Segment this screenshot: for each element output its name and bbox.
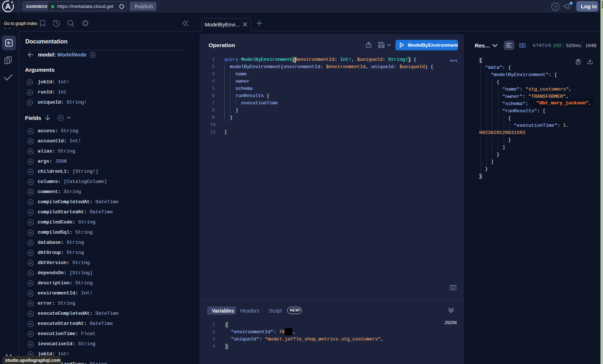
svg-text:?: ?	[554, 4, 557, 10]
svg-text:A: A	[5, 2, 11, 11]
